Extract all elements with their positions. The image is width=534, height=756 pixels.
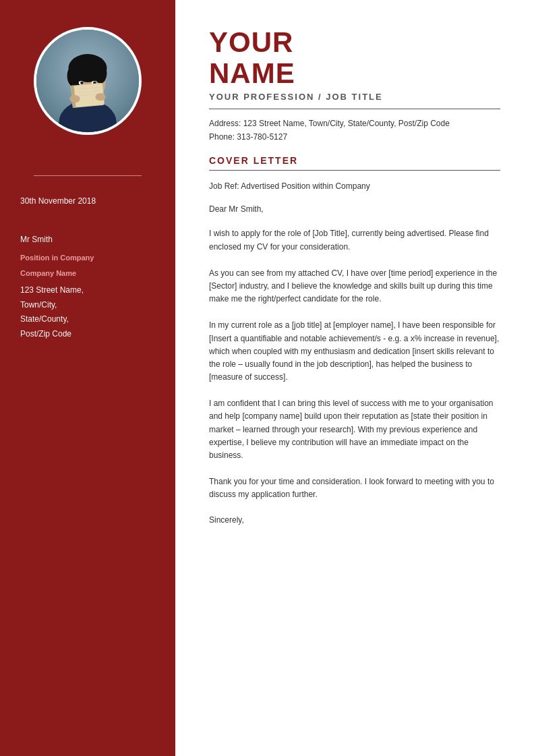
sidebar-recipient: Mr Smith Position in Company Company Nam… (0, 233, 175, 342)
recipient-company: Company Name (20, 267, 155, 281)
sidebar: 30th November 2018 Mr Smith Position in … (0, 0, 175, 756)
main-content: YOUR NAME YOUR PROFESSION / JOB TITLE Ad… (175, 0, 534, 756)
recipient-address4: Post/Zip Code (20, 327, 155, 342)
avatar (34, 27, 142, 135)
header-last-name: NAME (209, 58, 500, 89)
recipient-name: Mr Smith (20, 233, 155, 248)
job-ref: Job Ref: Advertised Position within Comp… (209, 181, 500, 191)
paragraph-5: Thank you for your time and consideratio… (209, 475, 500, 501)
cover-letter-title: COVER LETTER (209, 155, 500, 171)
sidebar-divider (34, 175, 142, 176)
paragraph-4: I am confident that I can bring this lev… (209, 397, 500, 462)
svg-point-18 (69, 95, 80, 103)
recipient-address1: 123 Street Name, (20, 283, 155, 298)
recipient-address3: State/County, (20, 312, 155, 327)
svg-point-19 (95, 93, 105, 100)
recipient-position: Position in Company (20, 252, 155, 265)
recipient-address2: Town/City, (20, 298, 155, 313)
paragraph-3: In my current role as a [job title] at [… (209, 319, 500, 384)
paragraph-1: I wish to apply for the role of [Job Tit… (209, 227, 500, 253)
svg-point-10 (80, 81, 84, 84)
header-address: Address: 123 Street Name, Town/City, Sta… (209, 119, 500, 128)
paragraph-2: As you can see from my attached CV, I ha… (209, 267, 500, 306)
header-phone: Phone: 313-780-5127 (209, 132, 500, 142)
sidebar-date: 30th November 2018 (0, 196, 175, 206)
header-first-name: YOUR (209, 27, 500, 58)
closing: Sincerely, (209, 515, 500, 525)
header-profession: YOUR PROFESSION / JOB TITLE (209, 92, 500, 109)
salutation: Dear Mr Smith, (209, 204, 500, 214)
svg-point-7 (94, 63, 107, 83)
